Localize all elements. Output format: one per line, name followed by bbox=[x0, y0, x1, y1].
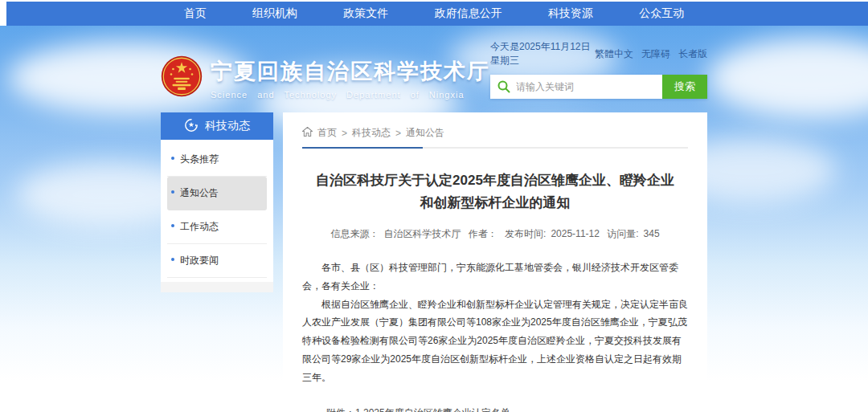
bullet-icon bbox=[171, 190, 174, 194]
attachments-label: 附件： bbox=[326, 403, 355, 412]
utility-row: 今天是2025年11月12日 星期三 繁體中文 无障碍 长者版 bbox=[490, 40, 707, 67]
meta-author-label: 作者： bbox=[469, 228, 497, 239]
sidebar-menu: 头条推荐 通知公告 工作动态 时政要闻 bbox=[161, 140, 273, 292]
nav-item-public-interaction[interactable]: 公众互动 bbox=[639, 6, 684, 21]
article-title: 自治区科技厅关于认定2025年度自治区雏鹰企业、瞪羚企业 和创新型标杆企业的通知 bbox=[302, 169, 688, 214]
sidebar-item-work-trends[interactable]: 工作动态 bbox=[167, 210, 267, 244]
article-meta: 信息来源：自治区科学技术厅 作者： 发布时间:2025-11-12 访问量:34… bbox=[302, 227, 688, 241]
accessibility-link[interactable]: 无障碍 bbox=[641, 47, 670, 61]
nav-item-home[interactable]: 首页 bbox=[184, 6, 207, 21]
traditional-chinese-link[interactable]: 繁體中文 bbox=[595, 47, 633, 61]
search-icon bbox=[497, 80, 510, 93]
breadcrumb-home[interactable]: 首页 bbox=[317, 126, 337, 140]
article-title-line1: 自治区科技厅关于认定2025年度自治区雏鹰企业、瞪羚企业 bbox=[302, 169, 688, 192]
sidebar-header: 科技动态 bbox=[161, 112, 273, 140]
content-panel: 首页 > 科技动态 > 通知公告 自治区科技厅关于认定2025年度自治区雏鹰企业… bbox=[283, 112, 707, 412]
attachment-link-1[interactable]: 1.2025年度自治区雏鹰企业认定名单 bbox=[355, 403, 539, 412]
today-date-text: 今天是2025年11月12日 星期三 bbox=[490, 40, 595, 67]
breadcrumb-underline bbox=[302, 147, 423, 149]
article-paragraph: 根据自治区雏鹰企业、瞪羚企业和创新型标杆企业认定管理有关规定，决定认定半亩良人农… bbox=[302, 296, 688, 387]
meta-views-label: 访问量: bbox=[607, 228, 638, 239]
bullet-icon bbox=[171, 224, 174, 227]
meta-views-value: 345 bbox=[644, 228, 660, 239]
cloud bbox=[707, 38, 868, 118]
sidebar-item-label: 通知公告 bbox=[180, 186, 219, 200]
search-button[interactable]: 搜索 bbox=[662, 75, 707, 99]
breadcrumb-separator: > bbox=[342, 128, 347, 139]
breadcrumb: 首页 > 科技动态 > 通知公告 bbox=[302, 120, 688, 147]
breadcrumb-notices[interactable]: 通知公告 bbox=[406, 126, 444, 140]
nav-item-gov-info[interactable]: 政府信息公开 bbox=[435, 6, 502, 21]
sidebar-footer-strip bbox=[161, 282, 273, 292]
article-title-line2: 和创新型标杆企业的通知 bbox=[302, 192, 688, 214]
breadcrumb-sci-trends[interactable]: 科技动态 bbox=[352, 126, 391, 140]
bullet-icon bbox=[171, 258, 174, 261]
site-logo-link[interactable]: 宁夏回族自治区科学技术厅 Science and Technology Depa… bbox=[161, 45, 490, 111]
nav-item-sci-resources[interactable]: 科技资源 bbox=[548, 6, 593, 21]
search-bar: 搜索 bbox=[490, 75, 707, 99]
attachments-list: 1.2025年度自治区雏鹰企业认定名单 2.2025年度自治区瞪羚企业认定名单 … bbox=[355, 403, 539, 412]
elder-version-link[interactable]: 长者版 bbox=[678, 47, 707, 61]
sidebar-item-label: 时政要闻 bbox=[180, 254, 219, 267]
sidebar-item-headline[interactable]: 头条推荐 bbox=[167, 143, 267, 177]
sidebar-title: 科技动态 bbox=[205, 119, 250, 133]
language-links: 繁體中文 无障碍 长者版 bbox=[595, 47, 707, 61]
site-subtitle: Science and Technology Department of Nin… bbox=[211, 90, 490, 100]
site-title-block: 宁夏回族自治区科学技术厅 Science and Technology Depa… bbox=[211, 57, 490, 100]
home-icon bbox=[302, 127, 313, 139]
nav-item-organization[interactable]: 组织机构 bbox=[252, 6, 297, 21]
meta-source-label: 信息来源： bbox=[330, 228, 379, 239]
header-utilities: 今天是2025年11月12日 星期三 繁體中文 无障碍 长者版 搜索 bbox=[490, 40, 707, 111]
article-body: 各市、县（区）科技管理部门，宁东能源化工基地管委会，银川经济技术开发区管委会，各… bbox=[302, 259, 688, 387]
bullet-icon bbox=[171, 157, 174, 160]
search-box bbox=[490, 75, 662, 99]
meta-source-value: 自治区科学技术厅 bbox=[383, 228, 461, 239]
top-nav-menu: 首页 组织机构 政策文件 政府信息公开 科技资源 公众互动 bbox=[161, 2, 707, 26]
nav-item-policy-docs[interactable]: 政策文件 bbox=[343, 6, 388, 21]
breadcrumb-separator: > bbox=[395, 128, 401, 139]
sidebar-item-notices[interactable]: 通知公告 bbox=[167, 177, 267, 210]
breadcrumb-divider bbox=[302, 147, 688, 149]
sidebar-item-politics-news[interactable]: 时政要闻 bbox=[167, 244, 267, 278]
sidebar-item-label: 工作动态 bbox=[180, 220, 219, 234]
sidebar: 科技动态 头条推荐 通知公告 工作动态 时政要闻 bbox=[161, 112, 273, 412]
main-area: 科技动态 头条推荐 通知公告 工作动态 时政要闻 bbox=[161, 112, 707, 412]
meta-time-value: 2025-11-12 bbox=[551, 228, 600, 239]
sidebar-item-label: 头条推荐 bbox=[180, 153, 219, 166]
site-title: 宁夏回族自治区科学技术厅 bbox=[211, 57, 490, 86]
national-emblem-icon bbox=[161, 55, 203, 100]
search-input[interactable] bbox=[490, 75, 662, 99]
attachments-section: 附件： 1.2025年度自治区雏鹰企业认定名单 2.2025年度自治区瞪羚企业认… bbox=[326, 403, 688, 412]
top-nav-bar: 首页 组织机构 政策文件 政府信息公开 科技资源 公众互动 bbox=[6, 2, 868, 26]
site-header: 宁夏回族自治区科学技术厅 Science and Technology Depa… bbox=[161, 37, 707, 111]
meta-time-label: 发布时间: bbox=[505, 228, 546, 239]
article-paragraph: 各市、县（区）科技管理部门，宁东能源化工基地管委会，银川经济技术开发区管委会，各… bbox=[302, 259, 688, 296]
circled-star-icon bbox=[184, 118, 199, 135]
